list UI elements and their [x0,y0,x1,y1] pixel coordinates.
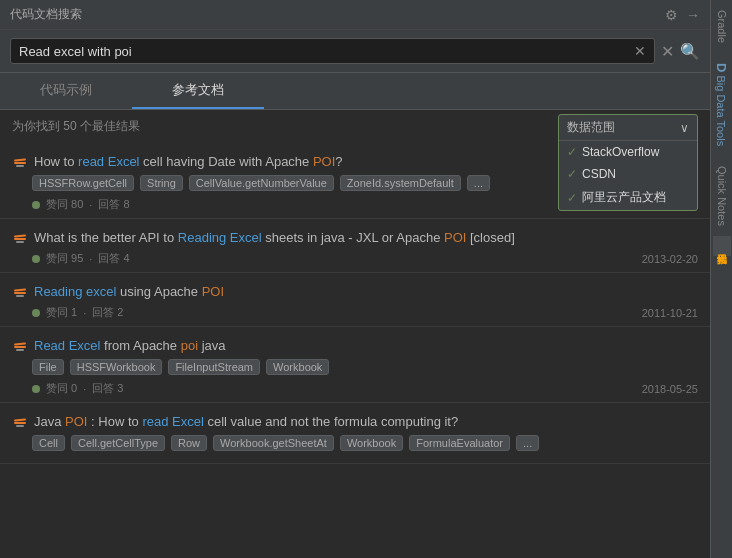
svg-rect-10 [14,342,26,345]
search-clear-button[interactable]: ✕ [634,43,646,59]
tab-code-examples[interactable]: 代码示例 [0,73,132,109]
filter-dropdown: 数据范围 ∨ ✓ StackOverflow ✓ CSDN ✓ 阿里云产品文档 [558,114,698,211]
so-icon-2 [12,229,28,245]
meta-left-4: 赞同 0 · 回答 3 [32,381,123,396]
svg-rect-11 [16,349,24,351]
result-title-4: Read Excel from Apache poi java [12,337,698,353]
filter-option-aliyun[interactable]: ✓ 阿里云产品文档 [559,185,697,210]
result-item-5: Java POI : How to read Excel cell value … [0,403,710,464]
result-1-text[interactable]: How to read Excel cell having Date with … [34,154,343,169]
answers-3: 回答 2 [92,305,123,320]
tag-5-6[interactable]: FormulaEvaluator [409,435,510,451]
search-input-wrapper[interactable]: Read excel with poi ✕ [10,38,655,64]
vote-dot-1 [32,201,40,209]
search-input-text: Read excel with poi [19,44,628,59]
results-header: 为你找到 50 个最佳结果 数据范围 ∨ ✓ StackOverflow ✓ C… [0,110,710,143]
tag-1-3[interactable]: CellValue.getNumberValue [189,175,334,191]
result-item-2: What is the better API to Reading Excel … [0,219,710,273]
tag-5-2[interactable]: Cell.getCellType [71,435,165,451]
result-meta-4: 赞同 0 · 回答 3 2018-05-25 [12,381,698,396]
header-title: 代码文档搜索 [10,6,82,23]
tag-1-4[interactable]: ZoneId.systemDefault [340,175,461,191]
clear-search-icon[interactable]: ✕ [661,42,674,61]
tag-1-1[interactable]: HSSFRow.getCell [32,175,134,191]
filter-header[interactable]: 数据范围 ∨ [559,115,697,141]
filter-option-stackoverflow[interactable]: ✓ StackOverflow [559,141,697,163]
header: 代码文档搜索 ⚙ → [0,0,710,30]
check-icon-aliyun: ✓ [567,191,577,205]
filter-option-aliyun-label: 阿里云产品文档 [582,189,666,206]
tag-5-4[interactable]: Workbook.getSheetAt [213,435,334,451]
result-title-2: What is the better API to Reading Excel … [12,229,698,245]
svg-rect-3 [14,238,26,240]
right-sidebar: Gradle D Big Data Tools Quick Notes 代码文档… [710,0,732,558]
tag-5-1[interactable]: Cell [32,435,65,451]
gear-icon[interactable]: ⚙ [665,7,678,23]
result-3-text[interactable]: Reading excel using Apache POI [34,284,224,299]
tag-1-more[interactable]: ... [467,175,490,191]
tag-4-4[interactable]: Workbook [266,359,329,375]
svg-rect-9 [14,346,26,348]
result-2-text[interactable]: What is the better API to Reading Excel … [34,230,515,245]
votes-1: 赞同 80 [46,197,83,212]
so-icon-1 [12,153,28,169]
svg-rect-13 [14,418,26,421]
tag-5-3[interactable]: Row [171,435,207,451]
date-2: 2013-02-20 [642,253,698,265]
result-title-5: Java POI : How to read Excel cell value … [12,413,698,429]
votes-2: 赞同 95 [46,251,83,266]
header-actions: ⚙ → [665,7,700,23]
filter-label: 数据范围 [567,119,615,136]
svg-rect-0 [14,162,26,164]
svg-rect-12 [14,422,26,424]
search-icons: ✕ 🔍 [661,42,700,61]
tag-1-2[interactable]: String [140,175,183,191]
filter-chevron: ∨ [680,121,689,135]
tags-row-4: File HSSFWorkbook FileInputStream Workbo… [12,359,698,375]
svg-rect-5 [16,241,24,243]
svg-rect-4 [14,234,26,237]
separator-3: · [83,307,86,319]
filter-option-csdn[interactable]: ✓ CSDN [559,163,697,185]
tag-4-3[interactable]: FileInputStream [168,359,260,375]
svg-rect-7 [14,288,26,291]
result-item-3: Reading excel using Apache POI 赞同 1 · 回答… [0,273,710,327]
arrow-icon[interactable]: → [686,7,700,23]
answers-4: 回答 3 [92,381,123,396]
separator-2: · [89,253,92,265]
search-icon[interactable]: 🔍 [680,42,700,61]
so-icon-3 [12,283,28,299]
sidebar-tool-bigdata[interactable]: D Big Data Tools [712,53,731,156]
separator-4: · [83,383,86,395]
result-meta-2: 赞同 95 · 回答 4 2013-02-20 [12,251,698,266]
vote-dot-4 [32,385,40,393]
tag-4-1[interactable]: File [32,359,64,375]
tag-5-5[interactable]: Workbook [340,435,403,451]
svg-rect-8 [16,295,24,297]
meta-left-3: 赞同 1 · 回答 2 [32,305,123,320]
tags-row-5: Cell Cell.getCellType Row Workbook.getSh… [12,435,698,451]
results-count: 为你找到 50 个最佳结果 [12,118,140,135]
result-title-3: Reading excel using Apache POI [12,283,698,299]
filter-option-csdn-label: CSDN [582,167,616,181]
answers-2: 回答 4 [98,251,129,266]
svg-rect-14 [16,425,24,427]
sidebar-tool-quicknotes[interactable]: Quick Notes [714,156,730,236]
sidebar-tool-codesearch[interactable]: 代码文档搜索 [713,236,731,256]
so-icon-4 [12,337,28,353]
vote-dot-3 [32,309,40,317]
tabs: 代码示例 参考文档 [0,73,710,110]
result-5-text[interactable]: Java POI : How to read Excel cell value … [34,414,458,429]
check-icon-csdn: ✓ [567,167,577,181]
tag-4-2[interactable]: HSSFWorkbook [70,359,163,375]
tab-reference-docs[interactable]: 参考文档 [132,73,264,109]
results-area: 为你找到 50 个最佳结果 数据范围 ∨ ✓ StackOverflow ✓ C… [0,110,710,558]
tag-5-more[interactable]: ... [516,435,539,451]
sidebar-tool-gradle[interactable]: Gradle [714,0,730,53]
answers-1: 回答 8 [98,197,129,212]
svg-rect-6 [14,292,26,294]
svg-rect-1 [14,158,26,161]
result-4-text[interactable]: Read Excel from Apache poi java [34,338,226,353]
meta-left-1: 赞同 80 · 回答 8 [32,197,130,212]
so-icon-5 [12,413,28,429]
